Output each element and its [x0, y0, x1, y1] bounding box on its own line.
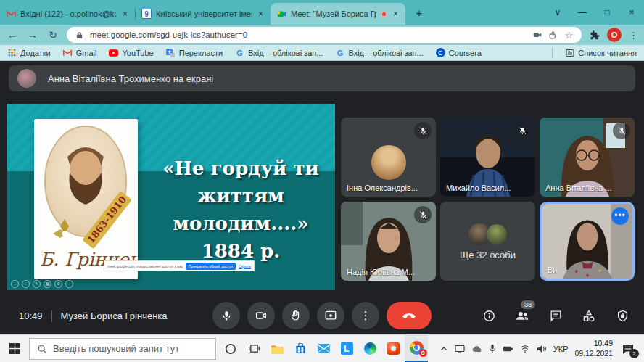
participant-tile-mykhailo[interactable]: Михайло Васил... [440, 118, 535, 197]
tab-close-icon[interactable]: × [121, 9, 129, 19]
shared-screen-presentation[interactable]: 1863-1910 Б. Грінченко «Не гордуй ти жит… [7, 104, 335, 290]
more-participants-label: Ще 32 особи [440, 250, 535, 260]
l-app-icon[interactable]: L [335, 335, 358, 362]
forward-button[interactable]: → [26, 29, 39, 41]
profile-avatar[interactable]: O [607, 28, 622, 42]
present-screen-button[interactable] [317, 302, 344, 329]
tray-display-icon[interactable] [455, 345, 465, 353]
bookmark-gmail[interactable]: Gmail [63, 48, 97, 57]
bookmark-translate[interactable]: т Перекласти [166, 48, 223, 57]
participant-tile-anna[interactable]: Анна Віталіївна ... [540, 118, 635, 197]
reading-list-button[interactable]: Список читання [565, 48, 637, 57]
tab-gmail[interactable]: Вхідні (122) - o.polinok@kubg.ed × [0, 3, 135, 25]
camera-button[interactable] [247, 302, 275, 329]
tab-meet-active[interactable]: Meet: "Музей Бориса Грінче × [271, 3, 405, 25]
bookmark-star-icon[interactable]: ☆ [564, 30, 574, 41]
tray-expand-icon[interactable] [439, 345, 448, 353]
bookmark-label: Coursera [449, 49, 482, 57]
share-icon[interactable] [548, 30, 558, 41]
new-tab-button[interactable]: + [410, 3, 429, 22]
bookmarks-bar: Додатки Gmail YouTube т Перекласти G Вхі… [0, 45, 644, 61]
search-icon [37, 344, 47, 354]
translate-icon: т [166, 48, 176, 57]
reading-list-icon [565, 48, 574, 57]
start-button[interactable] [3, 335, 26, 362]
taskbar-search-input[interactable]: Введіть пошуковий запит тут [29, 338, 216, 360]
chat-icon[interactable] [547, 308, 564, 325]
microsoft-store-icon[interactable] [289, 335, 312, 362]
search-placeholder: Введіть пошуковий запит тут [53, 343, 179, 354]
tab-university[interactable]: 9 Київський університет імені Бор × [136, 3, 271, 25]
self-view-tile[interactable]: ••• Ви [540, 202, 635, 281]
more-options-button[interactable]: ⋮ [352, 302, 379, 329]
divider [51, 310, 52, 322]
pen-icon[interactable]: ✎ [33, 280, 41, 288]
action-center-icon[interactable]: 2 [619, 340, 637, 358]
next-slide-icon[interactable]: › [22, 280, 30, 288]
notification-count-badge: 2 [629, 349, 639, 358]
back-button[interactable]: ← [6, 29, 19, 41]
bookmark-coursera[interactable]: C Coursera [436, 48, 482, 57]
close-button[interactable]: × [619, 0, 644, 25]
prev-slide-icon[interactable]: ‹ [11, 280, 19, 288]
meet-right-controls: 38 [480, 297, 631, 334]
host-controls-icon[interactable] [614, 308, 631, 325]
minimize-button[interactable]: — [570, 0, 595, 25]
raise-hand-button[interactable] [282, 302, 310, 329]
bookmark-login-2[interactable]: G Вхід – облікові зап... [335, 48, 423, 57]
tray-device-icon[interactable] [503, 345, 513, 353]
participant-tile-inna[interactable]: Інна Олександрів... [341, 118, 436, 197]
mic-button[interactable] [212, 302, 240, 329]
more-options-icon[interactable]: ⋯ [65, 280, 73, 288]
bookmark-youtube[interactable]: YouTube [109, 48, 153, 57]
tab-close-icon[interactable]: × [392, 9, 400, 19]
extensions-icon[interactable] [589, 30, 600, 41]
presenting-banner-text: Анна Віталіївна Трохименко на екрані [48, 73, 213, 84]
gmail-icon [63, 48, 73, 57]
chrome-taskbar-icon[interactable]: O [405, 335, 428, 362]
all-slides-icon[interactable]: ▦ [44, 280, 51, 288]
reload-button[interactable]: ↻ [46, 29, 59, 41]
share-message: meet.google.com предоставляет доступ к в… [107, 264, 183, 268]
tab-close-icon[interactable]: × [257, 9, 265, 19]
windows-taskbar: Введіть пошуковий запит тут L [0, 334, 644, 362]
mail-icon[interactable] [312, 335, 335, 362]
tray-date: 09.12.2021 [574, 349, 613, 358]
maximize-button[interactable]: □ [595, 0, 619, 25]
cortana-icon[interactable] [219, 335, 242, 362]
more-participants-tile[interactable]: Ще 32 особи [440, 202, 535, 281]
activities-icon[interactable] [580, 308, 598, 325]
hide-share-bar-link[interactable]: Скрыть [239, 264, 251, 268]
reading-list-label: Список читання [578, 49, 637, 57]
language-indicator[interactable]: УКР [553, 345, 569, 353]
bookmark-label: YouTube [122, 49, 153, 57]
camera-in-use-icon[interactable] [532, 30, 542, 41]
bookmark-label: Вхід – облікові зап... [248, 49, 323, 57]
edge-icon[interactable] [358, 335, 381, 362]
office-icon[interactable] [381, 335, 405, 362]
onedrive-icon[interactable] [471, 345, 482, 353]
taskbar-clock[interactable]: 10:49 09.12.2021 [574, 339, 613, 358]
address-bar[interactable]: meet.google.com/sgd-uejk-ics?authuser=0 … [67, 27, 582, 43]
browser-menu-icon[interactable]: ⋮ [629, 30, 638, 41]
participants-icon[interactable]: 38 [513, 308, 531, 325]
url-text[interactable]: meet.google.com/sgd-uejk-ics?authuser=0 [90, 30, 527, 39]
tray-mic-icon[interactable] [489, 344, 496, 353]
lock-icon[interactable] [74, 30, 85, 41]
wifi-icon[interactable] [520, 345, 530, 353]
self-tile-options-icon[interactable]: ••• [611, 207, 629, 225]
zoom-icon[interactable]: ⊕ [54, 280, 62, 288]
participant-count-badge: 38 [521, 300, 535, 309]
system-tray: УКР 10:49 09.12.2021 2 [439, 339, 641, 358]
bookmark-login-1[interactable]: G Вхід – облікові зап... [235, 48, 323, 57]
tab-search-icon[interactable]: ∨ [545, 0, 570, 25]
task-view-icon[interactable] [242, 335, 265, 362]
meeting-details-icon[interactable] [480, 308, 498, 325]
participant-tile-nadiia[interactable]: Надія Юріївна М... [341, 202, 436, 281]
bookmark-apps[interactable]: Додатки [7, 48, 51, 57]
volume-icon[interactable] [537, 345, 547, 353]
end-call-button[interactable] [387, 302, 432, 329]
stop-sharing-button[interactable]: Прекратить общий доступ [186, 263, 236, 270]
meet-control-bar: 10:49 Музей Бориса Грінченка ⋮ [0, 297, 644, 334]
file-explorer-icon[interactable] [265, 335, 289, 362]
